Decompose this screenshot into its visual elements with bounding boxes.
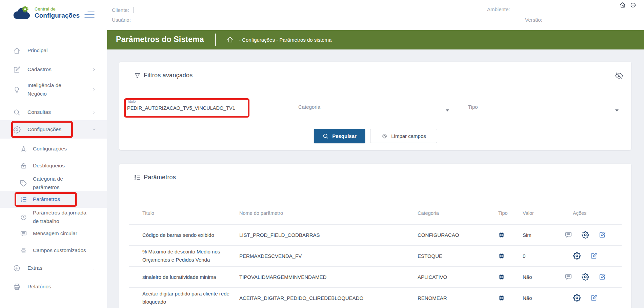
tag-icon [20,180,27,187]
sidebar-subitem-configuracoes[interactable]: Configurações [0,141,107,157]
sidebar-item-label: Mensagem circular [33,229,77,238]
cell-nome: LIST_PROD_FIELD_CODBARRAS [239,224,412,245]
cell-categoria: CONFIGURACAO [418,224,492,245]
sidebar-item-label: Extras [27,264,42,272]
chevron-right-icon [92,67,96,72]
tipo-select[interactable]: Tipo [467,97,623,116]
gear-action-icon[interactable] [582,273,589,281]
clock-icon [20,214,27,221]
sidebar-item-label: Campos customizados [33,246,86,255]
home-icon [13,47,21,55]
menu-toggle-icon[interactable] [83,10,96,19]
gear-action-icon[interactable] [573,252,581,260]
sidebar-item-configuracoes[interactable]: Configurações [0,120,107,139]
sidebar-subitem-campos-customizados[interactable]: Campos customizados [0,242,107,259]
sidebar-item-principal[interactable]: Principal [0,42,107,59]
sidebar-subitem-mensagem-circular[interactable]: Mensagem circular [0,225,107,242]
dropdown-arrow-icon [615,109,619,111]
cliente-label: Cliente: [112,7,129,13]
sidebar-item-label: Relatórios [27,283,51,291]
cell-nome: PERMAXDESCVENDA_FV [239,245,412,266]
sidebar-item-label: Desbloqueios [33,162,65,170]
clear-fields-button-label: Limpar campos [391,133,426,139]
sidebar-item-label: Consultas [27,108,51,117]
home-icon[interactable] [619,1,626,9]
comment-icon [20,230,27,237]
gear-action-icon[interactable] [573,294,581,302]
sidebar-subitem-parametros-da-jornada[interactable]: Parâmetros da jornada de trabalho [0,208,107,227]
cell-acoes [553,266,618,287]
edit-action-icon[interactable] [590,294,598,302]
sidebar-item-extras[interactable]: Extras [0,260,107,276]
app-logo[interactable]: Central de Configurações [12,4,80,22]
filters-title: Filtros avançados [144,72,193,79]
parameters-divider [119,191,631,191]
ambiente-label: Ambiente: [487,6,510,12]
table-row: % Máximo de desconto Médio nos Orçamento… [119,245,631,266]
sidebar-item-label: Principal [27,46,47,55]
filters-divider [119,90,631,90]
cell-acoes [553,224,618,245]
page-title: Parâmetros do Sistema [116,35,204,44]
cell-valor: Não [523,287,557,308]
cloud-gear-logo-icon [12,4,32,22]
comment-action-icon[interactable] [565,273,572,281]
hide-filters-icon[interactable] [615,72,623,80]
categoria-select[interactable]: Categoria [297,97,454,116]
cell-valor: Sim [523,224,557,245]
sidebar-item-inteligencia-de-negocio[interactable]: Inteligência de Negócio [0,80,107,100]
table-row: Aceitar digitar pedido para cliente rede… [119,287,631,308]
edit-action-icon[interactable] [590,252,598,260]
sidebar-item-consultas[interactable]: Consultas [0,104,107,120]
versao-label: Versão: [525,17,542,23]
titulo-field-value: PEDIR_AUTORIZACAO_TV5_VINCULADO_TV1 [127,105,235,111]
sidebar-item-label: Parâmetros [33,195,60,204]
gear-icon [13,126,21,134]
gear-action-icon[interactable] [582,231,589,239]
usuario-label: Usuário: [112,17,131,23]
cell-nome: TIPOVALIDMARGEMMINVENDAMED [239,266,412,287]
cell-categoria: APLICATIVO [418,266,492,287]
sidebar-item-relatorios[interactable]: Relatórios [0,279,107,295]
list-icon [134,174,141,181]
column-header-tipo: Tipo [498,210,508,216]
table-row: sinaleiro de lucratividade minima TIPOVA… [119,266,631,287]
header-divider [215,34,216,46]
logout-icon[interactable] [629,1,637,9]
share-nodes-icon [20,145,27,152]
top-bar: Central de Configurações Cliente: Usuári… [0,0,644,30]
clear-fields-button[interactable]: Limpar campos [370,129,437,143]
lightbulb-icon [13,86,21,94]
titulo-field-label: Titulo [127,99,136,103]
comment-action-icon[interactable] [565,231,572,239]
breadcrumb-home-icon[interactable] [226,36,234,43]
chevron-down-icon [92,127,96,132]
printer-icon [13,283,21,291]
chevron-right-icon [92,87,96,92]
search-button-label: Pesquisar [332,133,357,139]
sidebar-item-cadastros[interactable]: Cadastros [0,61,107,78]
cell-nome: ACEITAR_DIGITAR_PEDIDO_CLIREDEBLOQUEADO [239,287,412,308]
cell-titulo: Código de barras sendo exibido [142,224,231,245]
tipo-select-placeholder: Tipo [468,104,478,110]
edit-action-icon[interactable] [599,273,606,281]
column-header-acoes: Ações [573,210,586,216]
search-button[interactable]: Pesquisar [314,129,365,143]
breadcrumb: - Configurações - Parâmetros do sistema [239,37,331,43]
stacked-fields-icon [20,247,27,254]
column-header-titulo: Titulo [142,210,154,216]
sidebar-subitem-categoria-de-parametros[interactable]: Categoria de parâmetros [0,174,107,193]
table-header-row: Titulo Nome do parâmetro Categoria Tipo … [119,202,631,224]
column-header-valor: Valor [523,210,534,216]
cell-valor: Não [523,266,557,287]
titulo-field[interactable]: Titulo PEDIR_AUTORIZACAO_TV5_VINCULADO_T… [125,97,286,116]
edit-action-icon[interactable] [599,231,606,239]
parameters-title: Parâmetros [144,174,176,181]
sidebar-subitem-parametros[interactable]: Parâmetros [0,191,107,208]
sidebar-item-label: Configurações [27,125,61,134]
sidebar-subitem-desbloqueios[interactable]: Desbloqueios [0,158,107,174]
cell-titulo: sinaleiro de lucratividade minima [142,266,231,287]
logo-line1: Central de [35,6,80,12]
cell-valor: 0 [523,245,557,266]
plus-circle-icon [13,264,21,272]
